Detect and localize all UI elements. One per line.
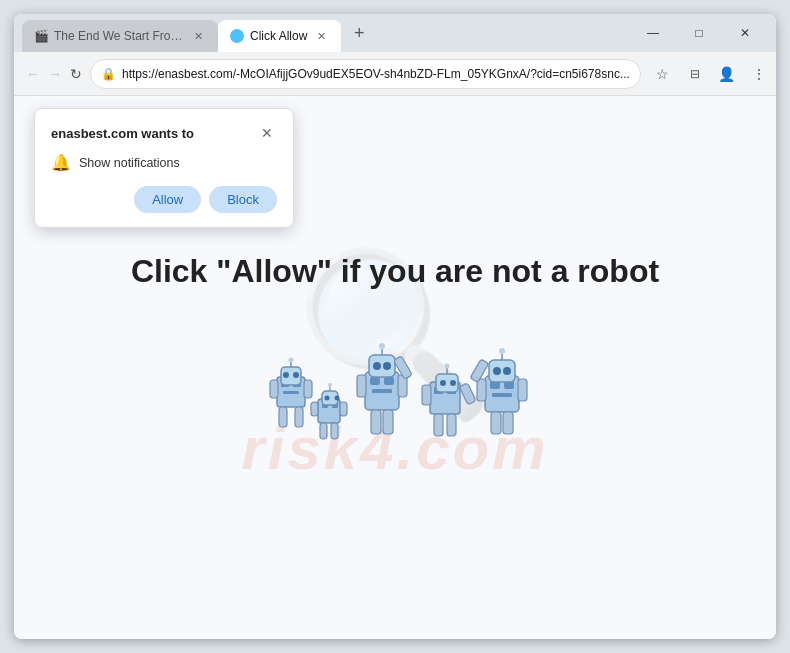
add-tab-button[interactable]: + <box>345 19 373 47</box>
address-bar[interactable]: 🔒 https://enasbest.com/-McOIAfijjGOv9udE… <box>90 59 641 89</box>
tab-2-label: Click Allow <box>250 29 307 43</box>
svg-rect-64 <box>503 412 513 434</box>
svg-point-8 <box>289 358 294 363</box>
split-view-button[interactable]: ⊟ <box>681 60 709 88</box>
svg-rect-23 <box>320 423 327 439</box>
svg-rect-55 <box>489 360 515 382</box>
tab-1-label: The End We Start From (2023) … <box>54 29 184 43</box>
svg-rect-62 <box>518 379 527 401</box>
profile-button[interactable]: 👤 <box>713 60 741 88</box>
svg-rect-10 <box>304 380 312 398</box>
tab-2-favicon <box>230 29 244 43</box>
browser-content: 🔍 risk4.com Click "Allow" if you are not… <box>14 96 776 639</box>
svg-rect-21 <box>311 402 318 416</box>
popup-close-button[interactable]: ✕ <box>257 123 277 143</box>
svg-rect-60 <box>477 379 486 401</box>
bookmark-button[interactable]: ☆ <box>649 60 677 88</box>
menu-button[interactable]: ⋮ <box>745 60 773 88</box>
svg-point-43 <box>440 380 446 386</box>
svg-point-18 <box>335 396 340 401</box>
omnibar: ← → ↻ 🔒 https://enasbest.com/-McOIAfijjG… <box>14 52 776 96</box>
svg-point-30 <box>373 362 381 370</box>
svg-rect-3 <box>283 391 299 394</box>
block-button[interactable]: Block <box>209 186 277 213</box>
svg-rect-54 <box>492 393 512 397</box>
svg-rect-27 <box>384 377 394 385</box>
popup-title: enasbest.com wants to <box>51 126 194 141</box>
svg-rect-48 <box>459 383 476 405</box>
svg-point-17 <box>325 396 330 401</box>
svg-rect-37 <box>371 410 381 434</box>
svg-point-20 <box>328 383 332 387</box>
svg-point-6 <box>293 372 299 378</box>
svg-point-57 <box>503 367 511 375</box>
svg-rect-63 <box>491 412 501 434</box>
svg-point-33 <box>379 343 385 349</box>
window-controls: — □ ✕ <box>630 14 768 52</box>
svg-point-46 <box>445 364 450 369</box>
back-button[interactable]: ← <box>26 60 40 88</box>
svg-point-5 <box>283 372 289 378</box>
omnibar-icons: ☆ ⊟ 👤 ⋮ <box>649 60 773 88</box>
svg-point-56 <box>493 367 501 375</box>
svg-rect-38 <box>383 410 393 434</box>
forward-button[interactable]: → <box>48 60 62 88</box>
svg-point-31 <box>383 362 391 370</box>
reload-button[interactable]: ↻ <box>70 60 82 88</box>
robots-illustration <box>255 322 535 482</box>
svg-rect-49 <box>434 414 443 436</box>
maximize-button[interactable]: □ <box>676 14 722 52</box>
notification-popup: enasbest.com wants to ✕ 🔔 Show notificat… <box>34 108 294 228</box>
browser-frame: 🎬 The End We Start From (2023) … ✕ Click… <box>14 14 776 639</box>
svg-rect-29 <box>369 355 395 377</box>
robots-svg <box>255 322 535 482</box>
tab-1-favicon: 🎬 <box>34 29 48 43</box>
svg-rect-24 <box>331 423 338 439</box>
svg-point-44 <box>450 380 456 386</box>
svg-rect-9 <box>270 380 278 398</box>
svg-rect-34 <box>357 375 366 397</box>
tab-2[interactable]: Click Allow ✕ <box>218 20 341 52</box>
svg-rect-11 <box>279 407 287 427</box>
svg-rect-22 <box>340 402 347 416</box>
tab-2-close[interactable]: ✕ <box>313 28 329 44</box>
popup-header: enasbest.com wants to ✕ <box>51 123 277 143</box>
tabs-bar: 🎬 The End We Start From (2023) … ✕ Click… <box>22 14 626 52</box>
svg-rect-50 <box>447 414 456 436</box>
minimize-button[interactable]: — <box>630 14 676 52</box>
svg-point-59 <box>499 348 505 354</box>
address-text: https://enasbest.com/-McOIAfijjGOv9udEX5… <box>122 67 630 81</box>
tab-1[interactable]: 🎬 The End We Start From (2023) … ✕ <box>22 20 218 52</box>
bell-icon: 🔔 <box>51 153 71 172</box>
svg-rect-47 <box>422 385 431 405</box>
captcha-heading: Click "Allow" if you are not a robot <box>131 253 659 290</box>
svg-rect-28 <box>372 389 392 393</box>
secure-icon: 🔒 <box>101 67 116 81</box>
tab-1-close[interactable]: ✕ <box>190 28 206 44</box>
svg-rect-12 <box>295 407 303 427</box>
allow-button[interactable]: Allow <box>134 186 201 213</box>
popup-actions: Allow Block <box>51 186 277 213</box>
svg-rect-26 <box>370 377 380 385</box>
title-bar: 🎬 The End We Start From (2023) … ✕ Click… <box>14 14 776 52</box>
popup-notification-row: 🔔 Show notifications <box>51 153 277 172</box>
notification-text: Show notifications <box>79 156 180 170</box>
close-button[interactable]: ✕ <box>722 14 768 52</box>
